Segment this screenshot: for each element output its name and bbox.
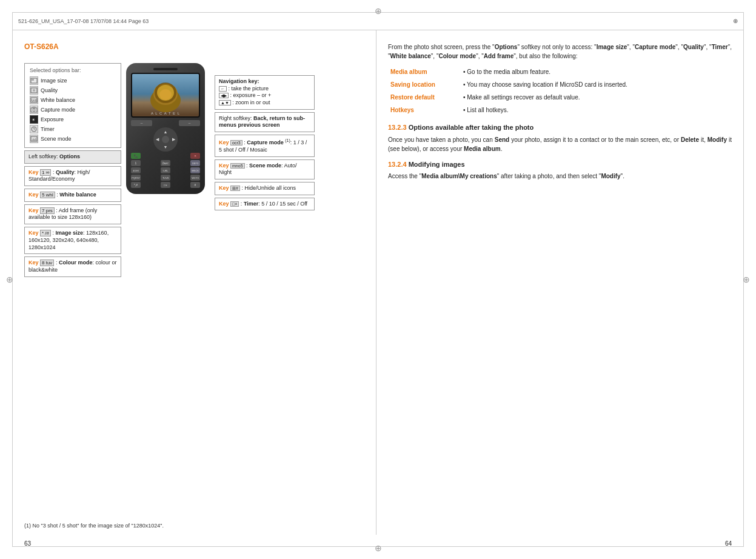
nav-take-picture: ← : take the picture bbox=[219, 85, 310, 93]
key-2[interactable]: 2ABC bbox=[161, 160, 170, 166]
options-bar-item: Scene mode bbox=[30, 134, 116, 144]
sm-key-label: Key bbox=[219, 162, 230, 169]
softkey-row: ─ ─ bbox=[131, 120, 200, 126]
white-balance-callout: Key 5 whl : White balance bbox=[24, 189, 121, 202]
intro-paragraph: From the photo shot screen, press the "O… bbox=[388, 42, 732, 61]
media-album-title: Media album bbox=[388, 65, 461, 78]
add-frame-callout: Key 7 prs : Add frame (only available to… bbox=[24, 204, 121, 224]
saving-location-desc: You may choose saving location if MicroS… bbox=[461, 78, 732, 91]
page-number-left: 63 bbox=[24, 540, 31, 547]
section-1324-text: Access the "Media album\My creations" af… bbox=[388, 172, 732, 181]
section-1323-text: Once you have taken a photo, you can Sen… bbox=[388, 135, 732, 153]
footnote-text: (1) No "3 shot / 5 shot" for the image s… bbox=[24, 523, 164, 529]
hi-key-text: : Hide/Unhide all icons bbox=[241, 185, 296, 191]
restore-default-desc: Make all settings recover as default val… bbox=[461, 91, 732, 104]
key-3[interactable]: DEF3 bbox=[190, 160, 200, 166]
options-bar-item: WB White balance bbox=[30, 95, 116, 105]
options-bar-item: Quality bbox=[30, 85, 116, 95]
device-title: OT-S626A bbox=[24, 42, 364, 51]
phone-outer: A L C A T E L ─ ─ ▲ ▼ ◀ bbox=[126, 63, 205, 194]
nav-key[interactable]: ▲ ▼ ◀ ▶ bbox=[153, 127, 178, 152]
timer-icon bbox=[30, 125, 38, 133]
capture-mode-icon bbox=[30, 105, 38, 114]
section-1324-heading: 13.2.4 Modifying images bbox=[388, 159, 732, 170]
phone-screen-area: A L C A T E L bbox=[131, 73, 200, 118]
svg-point-7 bbox=[33, 109, 35, 112]
phone-illustration: A L C A T E L ─ ─ ▲ ▼ ◀ bbox=[126, 63, 205, 194]
timer-label: Timer bbox=[41, 126, 55, 132]
colour-mode-callout: Key 8 tuv : Colour mode: colour or black… bbox=[24, 256, 121, 276]
hide-icons-callout: Key ⊞# : Hide/Unhide all icons bbox=[215, 182, 315, 195]
num-row-2: 4GHI 5JKL MNO6 bbox=[131, 167, 200, 173]
bottom-registration-mark: ⊕ bbox=[375, 543, 382, 553]
tk-key-text: : Timer: 5 / 10 / 15 sec / Off bbox=[241, 201, 307, 207]
left-softkey-btn[interactable]: ─ bbox=[131, 120, 152, 126]
options-bar-item: ☀ Exposure bbox=[30, 115, 116, 124]
right-page: From the photo shot screen, press the "O… bbox=[376, 30, 744, 535]
right-content: From the photo shot screen, press the "O… bbox=[388, 42, 732, 181]
nav-zoom: ▲▼ : zoom in or out bbox=[219, 99, 310, 107]
nav-key-title: Navigation key: bbox=[219, 78, 310, 85]
media-album-row: Media album Go to the media album featur… bbox=[388, 65, 732, 78]
options-bar: Selected options bar: Image size Quality bbox=[24, 63, 121, 148]
key-hash[interactable]: # bbox=[190, 182, 200, 188]
scene-mode-icon bbox=[30, 135, 38, 143]
is-key: Key bbox=[28, 230, 40, 236]
restore-default-title: Restore default bbox=[388, 91, 461, 104]
call-btn[interactable]: 📞 bbox=[131, 153, 141, 159]
key-star[interactable]: *,# bbox=[131, 182, 141, 188]
extra-softkey-row: 📞 ✕ bbox=[131, 153, 200, 159]
left-softkey-label: Left softkey: Options bbox=[28, 153, 80, 159]
num-row-4: *,# □+ # bbox=[131, 182, 200, 188]
key-4[interactable]: 4GHI bbox=[131, 167, 141, 173]
right-callouts-group: Navigation key: ← : take the picture ◀▶ … bbox=[215, 75, 315, 210]
section-1323-heading: 13.2.3 Options available after taking th… bbox=[388, 122, 732, 133]
svg-text:WB: WB bbox=[32, 99, 38, 102]
options-bar-item: Timer bbox=[30, 124, 116, 134]
key-5[interactable]: 5JKL bbox=[161, 167, 170, 173]
exposure-icon: ☀ bbox=[30, 115, 38, 124]
svg-point-19 bbox=[159, 89, 172, 100]
key-1[interactable]: 1 bbox=[131, 160, 141, 166]
end-btn[interactable]: ✕ bbox=[190, 153, 200, 159]
scene-mode-label: Scene mode bbox=[41, 136, 72, 142]
image-size-callout: Key * /# : Image size: 128x160, 160x120,… bbox=[24, 227, 121, 254]
saving-location-row: Saving location You may choose saving lo… bbox=[388, 78, 732, 91]
saving-location-title: Saving location bbox=[388, 78, 461, 91]
svg-point-3 bbox=[33, 89, 35, 92]
white-balance-label: White balance bbox=[41, 97, 75, 103]
quality-callout: Key 1 ∞ : Quality: High/ Standard/Econom… bbox=[24, 166, 121, 186]
key-8[interactable]: TUV8 bbox=[161, 175, 170, 181]
capture-mode-key-callout: Key ocr3 : Capture mode (1): 1 / 3 / 5 s… bbox=[215, 135, 315, 156]
phone-screen: A L C A T E L bbox=[132, 74, 199, 116]
hotkeys-title: Hotkeys bbox=[388, 104, 461, 116]
key-7[interactable]: PQRS7 bbox=[131, 175, 141, 181]
key-6[interactable]: MNO6 bbox=[190, 167, 200, 173]
options-bar-item: Image size bbox=[30, 76, 116, 85]
exposure-label: Exposure bbox=[41, 116, 64, 122]
section-1324-number: 13.2.4 bbox=[388, 161, 407, 168]
right-softkey-text: Right softkey: Back, return to sub-menus… bbox=[219, 115, 305, 129]
right-softkey-btn[interactable]: ─ bbox=[179, 120, 200, 126]
svg-rect-1 bbox=[32, 79, 34, 81]
quality-label: Quality bbox=[41, 87, 58, 93]
quality-icon bbox=[30, 86, 38, 95]
nav-exposure: ◀▶ : exposure – or + bbox=[219, 92, 310, 99]
svg-rect-6 bbox=[31, 108, 37, 112]
wb-key: Key bbox=[28, 192, 40, 198]
image-size-icon bbox=[30, 76, 38, 85]
section-1323-title: Options available after taking the photo bbox=[409, 124, 534, 131]
options-bar-item: Capture mode bbox=[30, 105, 116, 115]
key-9[interactable]: WXY9 bbox=[190, 175, 200, 181]
media-album-desc: Go to the media album feature. bbox=[461, 65, 732, 78]
timer-key-callout: Key □+ : Timer: 5 / 10 / 15 sec / Off bbox=[215, 198, 315, 211]
key-0[interactable]: □+ bbox=[161, 182, 170, 188]
right-registration-mark: ⊕ bbox=[743, 275, 750, 284]
navigation-callout: Navigation key: ← : take the picture ◀▶ … bbox=[215, 75, 315, 110]
section-1324-title: Modifying images bbox=[409, 161, 465, 168]
quality-key: Key bbox=[28, 169, 40, 175]
left-softkey-box: Left softkey: Options bbox=[24, 150, 121, 164]
left-page: OT-S626A Selected options bar: Image siz… bbox=[12, 30, 376, 535]
section-1323-number: 13.2.3 bbox=[388, 124, 407, 131]
svg-rect-8 bbox=[33, 107, 35, 109]
